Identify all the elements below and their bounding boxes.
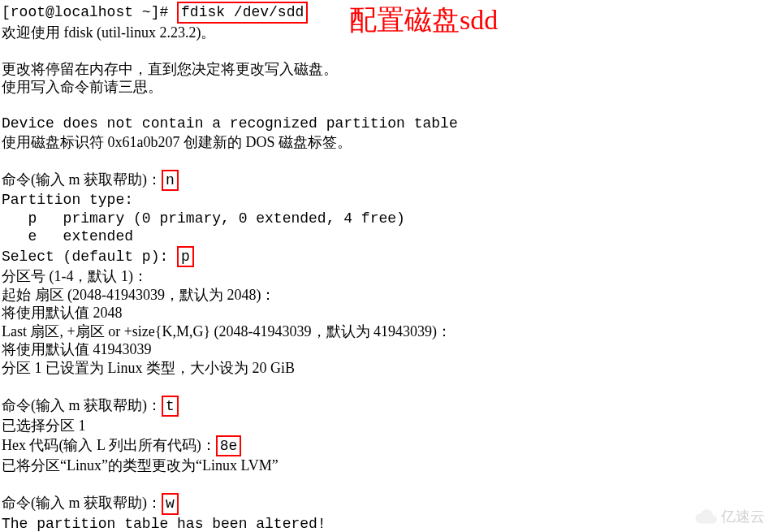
boxed-8e: 8e — [216, 435, 242, 457]
blank-3 — [2, 151, 771, 170]
line-cmd-t: 命令(输入 m 获取帮助)：t — [2, 396, 771, 417]
blank-5 — [2, 475, 771, 494]
blank-2 — [2, 97, 771, 115]
line-device: Device does not contain a recognized par… — [2, 115, 771, 133]
blank-1 — [2, 41, 771, 60]
cloud-icon — [695, 509, 718, 524]
line-usedefault2: 将使用默认值 41943039 — [2, 340, 771, 359]
terminal-output: [root@localhost ~]# fdisk /dev/sdd 欢迎使用 … — [2, 2, 771, 532]
select-prefix: Select (default p): — [2, 249, 177, 265]
line-partset: 分区 1 已设置为 Linux 类型，大小设为 20 GiB — [2, 359, 771, 378]
line-cmd-w: 命令(输入 m 获取帮助)：w — [2, 493, 771, 515]
boxed-w: w — [162, 493, 179, 515]
line-cmd-n: 命令(输入 m 获取帮助)：n — [2, 170, 771, 192]
line-usedefault1: 将使用默认值 2048 — [2, 304, 771, 322]
line-memnote2: 使用写入命令前请三思。 — [2, 78, 771, 97]
line-doslabel: 使用磁盘标识符 0x61a0b207 创建新的 DOS 磁盘标签。 — [2, 133, 771, 152]
line-memnote1: 更改将停留在内存中，直到您决定将更改写入磁盘。 — [2, 60, 771, 79]
line-hex: Hex 代码(输入 L 列出所有代码)：8e — [2, 435, 771, 457]
watermark-text: 亿速云 — [721, 508, 765, 526]
line-ptype-p: p primary (0 primary, 0 extended, 4 free… — [2, 210, 771, 228]
boxed-p: p — [177, 246, 194, 268]
cmd-prompt-3: 命令(输入 m 获取帮助)： — [2, 495, 162, 511]
line-ptype-e: e extended — [2, 227, 771, 246]
line-partnum: 分区号 (1-4，默认 1)： — [2, 267, 771, 286]
boxed-n: n — [162, 170, 179, 192]
prompt-prefix: [root@localhost ~]# — [2, 4, 177, 20]
boxed-t: t — [162, 396, 179, 417]
hex-prefix: Hex 代码(输入 L 列出所有代码)： — [2, 437, 216, 453]
cmd-prompt-1: 命令(输入 m 获取帮助)： — [2, 171, 162, 188]
cmd-prompt-2: 命令(输入 m 获取帮助)： — [2, 397, 162, 413]
line-lastsector: Last 扇区, +扇区 or +size{K,M,G} (2048-41943… — [2, 322, 771, 341]
watermark: 亿速云 — [695, 508, 765, 526]
line-altered: The partition table has been altered! — [2, 515, 771, 533]
line-select: Select (default p): p — [2, 246, 771, 268]
line-firstsector: 起始 扇区 (2048-41943039，默认为 2048)： — [2, 286, 771, 305]
line-changed: 已将分区“Linux”的类型更改为“Linux LVM” — [2, 456, 771, 475]
line-selected: 已选择分区 1 — [2, 417, 771, 435]
blank-4 — [2, 377, 771, 396]
line-ptype-header: Partition type: — [2, 191, 771, 210]
annotation-title: 配置磁盘sdd — [349, 3, 498, 38]
boxed-command: fdisk /dev/sdd — [177, 2, 308, 24]
